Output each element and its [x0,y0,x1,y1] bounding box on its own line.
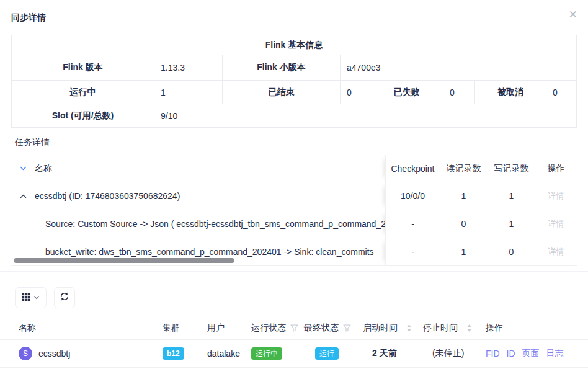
task-write-count: 1 [488,210,535,238]
col-read: 读记录数 [440,155,488,182]
flink-version-value: 1.13.3 [154,55,223,81]
detail-link[interactable]: 详情 [548,190,564,202]
section-divider [0,271,588,272]
job-name: ecssdbtj [38,349,70,359]
table-row: S ecssdbtj b12 datalake 运行中 运行 2 天前 (未停止… [0,340,588,368]
col-cluster: 集群 [163,323,207,334]
job-user: datalake [207,349,251,359]
toolbar [15,287,588,308]
finished-value: 0 [341,81,370,104]
col-checkpoint: Checkpoint [386,155,440,182]
jobs-table: 名称 集群 用户 运行状态 最终状态 启动时间 停止时间 操作 [0,316,588,368]
table-row: Source: Custom Source -> Json ( ecssdbtj… [11,210,577,238]
task-table-header: 名称 Checkpoint 读记录数 写记录数 操作 [11,155,577,182]
stop-time: (未停止) [432,348,464,359]
page-title: 同步详情 [11,12,46,22]
col-user: 用户 [207,323,251,334]
id-link[interactable]: ID [507,349,515,359]
refresh-button[interactable] [54,287,75,308]
task-section-title: 任务详情 [15,137,588,148]
failed-label: 已失败 [370,81,443,104]
flink-minor-version-value: a4700e3 [341,55,577,81]
run-status-badge: 运行中 [251,347,282,360]
col-final-status: 最终状态 [304,323,339,334]
col-stop-time: 停止时间 [423,323,458,334]
failed-value: 0 [443,81,475,104]
close-icon[interactable]: ✕ [569,9,577,20]
col-run-status: 运行状态 [251,323,286,334]
page-link[interactable]: 页面 [522,348,540,359]
sort-icon[interactable] [466,324,472,332]
canceled-value: 0 [546,81,577,104]
slot-value: 9/10 [154,104,577,128]
flink-version-label: Flink 版本 [12,55,154,81]
fid-link[interactable]: FID [486,349,500,359]
cluster-badge: b12 [163,347,184,360]
detail-link[interactable]: 详情 [548,218,564,230]
task-checkpoint: - [386,238,440,265]
jobs-table-header: 名称 集群 用户 运行状态 最终状态 启动时间 停止时间 操作 [0,316,588,340]
task-read-count: 0 [440,210,488,238]
task-checkpoint: - [386,210,440,238]
task-name: Source: Custom Source -> Json ( ecssdbtj… [45,219,385,229]
task-write-count: 0 [488,238,535,265]
task-name: bucket_write: dws_tbn_sms_command_p_comm… [45,247,374,257]
chevron-up-icon[interactable] [19,192,28,201]
final-status-badge: 运行 [315,347,339,360]
running-label: 运行中 [12,81,154,104]
col-start-time: 启动时间 [363,323,398,334]
running-value: 1 [154,81,223,104]
col-name: 名称 [19,323,36,334]
sort-icon[interactable] [406,324,412,332]
detail-link[interactable]: 详情 [548,246,564,257]
drawer-header: 同步详情 ✕ [0,0,588,35]
col-name: 名称 [35,163,52,174]
filter-icon[interactable] [343,324,351,332]
col-actions: 操作 [535,155,577,182]
log-link[interactable]: 日志 [546,348,564,359]
column-settings-button[interactable] [15,287,47,308]
refresh-icon [60,292,69,304]
task-checkpoint: 10/0/0 [386,182,440,210]
start-time: 2 天前 [372,348,397,359]
task-name: ecssdbtj (ID: 1746803603750682624) [35,191,180,201]
finished-label: 已结束 [223,81,341,104]
canceled-label: 被取消 [475,81,546,104]
task-read-count: 1 [440,238,488,265]
task-read-count: 1 [440,182,488,210]
chevron-down-icon[interactable] [19,164,28,173]
task-write-count: 1 [488,182,535,210]
flink-info-table: Flink 基本信息 Flink 版本 1.13.3 Flink 小版本 a47… [11,35,577,128]
flink-info-title: Flink 基本信息 [12,35,577,55]
slot-label: Slot (可用/总数) [12,104,154,128]
col-write: 写记录数 [488,155,535,182]
grid-view-icon [22,292,30,303]
flink-minor-version-label: Flink 小版本 [223,55,341,81]
col-actions: 操作 [486,323,588,334]
avatar: S [19,347,32,360]
filter-icon[interactable] [290,324,298,332]
task-detail-table: 名称 Checkpoint 读记录数 写记录数 操作 ecssdbtj (ID:… [11,155,577,266]
horizontal-scrollbar[interactable] [14,258,234,263]
table-row: ecssdbtj (ID: 1746803603750682624) 10/0/… [11,182,577,210]
chevron-down-icon [33,292,40,303]
